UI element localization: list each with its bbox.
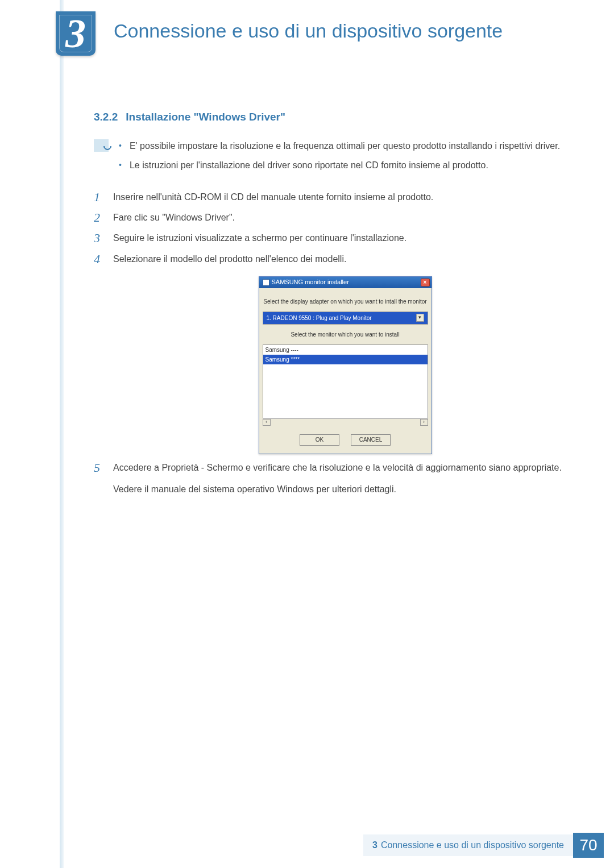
step-list: 1 Inserire nell'unità CD-ROM il CD del m… xyxy=(94,190,577,496)
chapter-badge: 3 xyxy=(56,11,96,56)
step-item: 3 Seguire le istruzioni visualizzate a s… xyxy=(94,231,577,245)
installer-prompt-1: Select the display adapter on which you … xyxy=(263,297,428,306)
page-footer: 3 Connessione e uso di un dispositivo so… xyxy=(363,833,604,858)
note-item: Le istruzioni per l'installazione del dr… xyxy=(119,159,560,172)
monitor-list[interactable]: Samsung ---- Samsung **** xyxy=(263,344,428,418)
app-icon xyxy=(263,279,269,286)
scroll-right-icon[interactable]: › xyxy=(420,419,428,426)
horizontal-scrollbar[interactable]: ‹ › xyxy=(263,418,428,426)
step-text: Inserire nell'unità CD-ROM il CD del man… xyxy=(113,192,433,202)
page-title: Connessione e uso di un dispositivo sorg… xyxy=(114,20,503,42)
left-margin-decoration xyxy=(60,0,64,868)
section-number: 3.2.2 xyxy=(94,111,118,123)
step-text: Seguire le istruzioni visualizzate a sch… xyxy=(113,233,406,243)
section-title: Installazione "Windows Driver" xyxy=(126,111,285,123)
note-block: E' possibile impostare la risoluzione e … xyxy=(94,139,577,178)
step-text: Fare clic su "Windows Driver". xyxy=(113,213,235,222)
step-item: 4 Selezionare il modello del prodotto ne… xyxy=(94,252,577,454)
chapter-number: 3 xyxy=(65,13,86,54)
step-number: 1 xyxy=(94,190,103,204)
note-item: E' possibile impostare la risoluzione e … xyxy=(119,139,560,153)
step-number: 4 xyxy=(94,252,103,454)
footer-chapter-title: Connessione e uso di un dispositivo sorg… xyxy=(381,840,564,850)
installer-title: SAMSUNG monitor installer xyxy=(272,277,349,287)
section-heading: 3.2.2Installazione "Windows Driver" xyxy=(94,111,577,123)
step-number: 2 xyxy=(94,211,103,225)
close-icon[interactable]: × xyxy=(421,279,430,286)
step-number: 3 xyxy=(94,231,103,245)
step-item: 1 Inserire nell'unità CD-ROM il CD del m… xyxy=(94,190,577,204)
cancel-button[interactable]: CANCEL xyxy=(351,434,391,446)
installer-prompt-2: Select the monitor which you want to ins… xyxy=(263,330,428,339)
step-text: Selezionare il modello del prodotto nell… xyxy=(113,254,346,264)
footer-chapter-number: 3 xyxy=(372,840,377,850)
adapter-dropdown[interactable]: 1. RADEON 9550 : Plug and Play Monitor ▾ xyxy=(263,312,428,325)
step-item: 2 Fare clic su "Windows Driver". xyxy=(94,211,577,225)
scroll-left-icon[interactable]: ‹ xyxy=(263,419,271,426)
note-list: E' possibile impostare la risoluzione e … xyxy=(119,139,560,178)
step-number: 5 xyxy=(94,461,103,496)
step-extra: Vedere il manuale del sistema operativo … xyxy=(113,483,577,496)
step-item: 5 Accedere a Proprietà - Schermo e verif… xyxy=(94,461,577,496)
adapter-value: 1. RADEON 9550 : Plug and Play Monitor xyxy=(267,314,372,322)
monitor-row[interactable]: Samsung ---- xyxy=(263,345,428,355)
page-number: 70 xyxy=(573,833,604,858)
chevron-down-icon: ▾ xyxy=(416,314,424,322)
monitor-row-selected[interactable]: Samsung **** xyxy=(263,355,428,364)
installer-window: SAMSUNG monitor installer × Select the d… xyxy=(259,276,432,454)
note-icon xyxy=(94,139,109,152)
installer-titlebar: SAMSUNG monitor installer × xyxy=(259,277,432,288)
step-text: Accedere a Proprietà - Schermo e verific… xyxy=(113,463,562,472)
ok-button[interactable]: OK xyxy=(300,434,339,446)
